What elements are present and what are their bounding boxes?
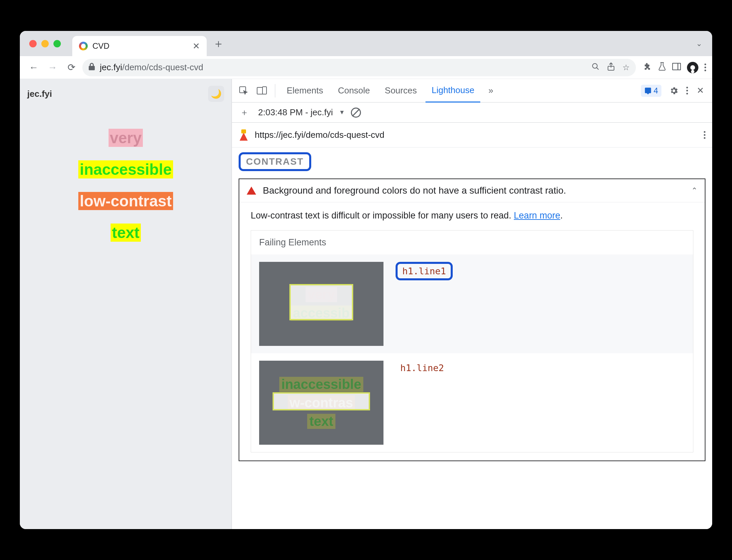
lighthouse-url: https://jec.fyi/demo/cds-quest-cvd: [255, 130, 384, 140]
tab-sources[interactable]: Sources: [379, 79, 423, 103]
audit-title: Background and foreground colors do not …: [263, 185, 685, 196]
clear-reports-icon[interactable]: [351, 108, 361, 118]
devtools-menu-icon[interactable]: [686, 87, 688, 94]
site-name: jec.fyi: [27, 89, 52, 99]
browser-tab[interactable]: CVD ✕: [72, 36, 207, 56]
rendered-page: jec.fyi 🌙 very inaccessible low-contrast…: [20, 79, 232, 529]
separator: [275, 84, 275, 97]
element-selector[interactable]: h1.line1: [396, 262, 453, 280]
report-selector-label: 2:03:48 PM - jec.fyi: [258, 107, 333, 118]
section-label-row: CONTRAST: [232, 148, 712, 176]
element-selector[interactable]: h1.line2: [396, 361, 449, 375]
demo-line-1: very: [109, 129, 143, 147]
tab-title: CVD: [92, 41, 188, 51]
demo-line-2: inaccessible: [78, 160, 173, 178]
url-text: jec.fyi/demo/cds-quest-cvd: [100, 62, 203, 73]
tab-favicon: [79, 42, 88, 50]
page-header: jec.fyi 🌙: [20, 79, 232, 109]
new-tab-button[interactable]: ＋: [213, 36, 224, 51]
tab-console[interactable]: Console: [332, 79, 376, 103]
tab-close-button[interactable]: ✕: [193, 41, 200, 51]
element-thumbnail: inaccessible w-contras text: [259, 361, 383, 445]
svg-line-1: [597, 68, 599, 70]
omnibox-actions: ☆: [592, 62, 630, 73]
device-toolbar-icon[interactable]: [254, 83, 270, 98]
lock-icon: [88, 63, 95, 72]
settings-gear-icon[interactable]: [666, 83, 682, 98]
forward-button[interactable]: →: [45, 60, 60, 75]
demo-line-3: low-contrast: [78, 192, 173, 210]
report-menu-icon[interactable]: [704, 131, 705, 139]
tabs-more-icon[interactable]: »: [483, 83, 498, 98]
issues-count: 4: [654, 86, 658, 95]
content-split: jec.fyi 🌙 very inaccessible low-contrast…: [20, 79, 712, 529]
svg-rect-7: [262, 87, 267, 94]
tab-strip: CVD ✕ ＋ ⌄: [20, 31, 712, 56]
bookmark-star-icon[interactable]: ☆: [622, 63, 630, 72]
failing-elements-label: Failing Elements: [251, 231, 693, 254]
profile-avatar[interactable]: [687, 62, 698, 73]
svg-rect-3: [673, 63, 681, 70]
dark-mode-toggle[interactable]: 🌙: [208, 86, 224, 102]
toolbar: ← → ⟳ jec.fyi/demo/cds-quest-cvd ☆: [20, 56, 712, 79]
audit-body: Low-contrast text is difficult or imposs…: [239, 202, 705, 461]
inspect-element-icon[interactable]: [236, 83, 251, 98]
close-window-button[interactable]: [29, 40, 37, 47]
window-controls: [20, 40, 70, 47]
lighthouse-url-row: https://jec.fyi/demo/cds-quest-cvd: [232, 123, 712, 148]
warning-icon: [247, 187, 256, 195]
moon-icon: 🌙: [211, 89, 221, 99]
failing-element-row[interactable]: very accessib h1.line1: [251, 254, 693, 353]
devtools-panel: Elements Console Sources Lighthouse » 4 …: [232, 79, 712, 529]
search-icon[interactable]: [592, 63, 600, 73]
devtools-close-icon[interactable]: ✕: [693, 83, 708, 98]
failing-elements-box: Failing Elements very accessib h1.line1: [251, 230, 693, 452]
collapse-icon[interactable]: ⌃: [691, 186, 697, 195]
browser-right-icons: [643, 62, 706, 73]
report-dropdown-icon[interactable]: ▼: [339, 109, 345, 116]
failing-element-row[interactable]: inaccessible w-contras text h1.line2: [251, 353, 693, 452]
tab-lighthouse[interactable]: Lighthouse: [425, 79, 480, 103]
reload-button[interactable]: ⟳: [64, 60, 79, 75]
side-panel-icon[interactable]: [672, 63, 681, 72]
minimize-window-button[interactable]: [41, 40, 49, 47]
svg-point-0: [593, 64, 597, 68]
demo-text: very inaccessible low-contrast text: [78, 129, 173, 242]
tab-elements[interactable]: Elements: [281, 79, 329, 103]
audit-header[interactable]: Background and foreground colors do not …: [239, 179, 705, 202]
element-thumbnail: very accessib: [259, 262, 383, 346]
section-contrast-label: CONTRAST: [239, 152, 311, 171]
tabs-overflow-button[interactable]: ⌄: [696, 39, 702, 48]
learn-more-link[interactable]: Learn more: [514, 210, 560, 221]
browser-menu-icon[interactable]: [704, 64, 706, 71]
extensions-icon[interactable]: [643, 62, 652, 73]
issues-badge[interactable]: 4: [641, 85, 661, 97]
zoom-window-button[interactable]: [53, 40, 61, 47]
lighthouse-toolbar: ＋ 2:03:48 PM - jec.fyi ▼: [232, 103, 712, 123]
share-icon[interactable]: [607, 62, 615, 73]
lighthouse-icon: [239, 129, 249, 141]
demo-line-4: text: [111, 224, 141, 242]
devtools-tabbar: Elements Console Sources Lighthouse » 4 …: [232, 79, 712, 103]
audit-card: Background and foreground colors do not …: [239, 178, 705, 461]
labs-icon[interactable]: [658, 62, 666, 73]
back-button[interactable]: ←: [26, 60, 41, 75]
browser-window: CVD ✕ ＋ ⌄ ← → ⟳ jec.fyi/demo/cds-quest-c…: [20, 31, 712, 529]
new-report-button[interactable]: ＋: [237, 105, 252, 120]
audit-description: Low-contrast text is difficult or imposs…: [251, 210, 693, 221]
address-bar[interactable]: jec.fyi/demo/cds-quest-cvd ☆: [82, 59, 636, 76]
